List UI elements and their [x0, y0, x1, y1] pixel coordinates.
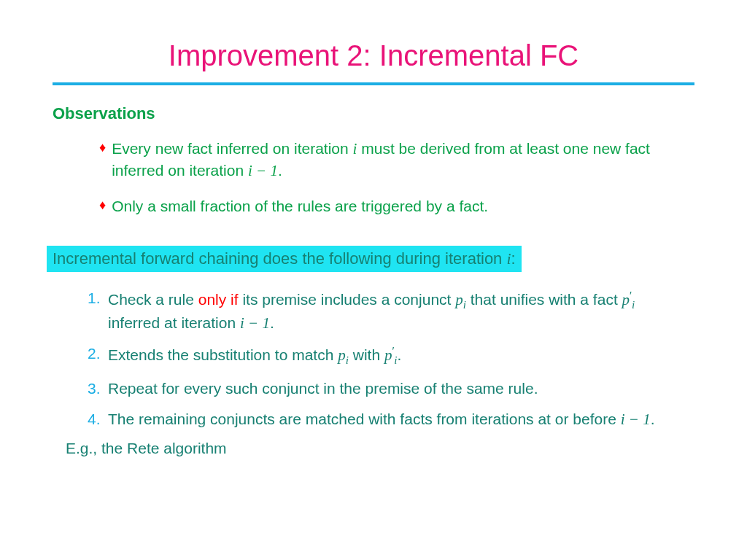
step-2: 2. Extends the substitution to match pi …: [88, 343, 665, 368]
observations-heading: Observations: [53, 104, 694, 123]
title-underline: [53, 82, 694, 85]
observations-list: ♦ Every new fact inferred on iteration i…: [99, 138, 673, 217]
step-1: 1. Check a rule only if its premise incl…: [88, 288, 665, 333]
observation-2: ♦ Only a small fraction of the rules are…: [99, 195, 673, 217]
highlight-box: Incremental forward chaining does the fo…: [53, 246, 694, 288]
step-3: 3. Repeat for every such conjunct in the…: [88, 378, 665, 399]
observation-1: ♦ Every new fact inferred on iteration i…: [99, 138, 673, 182]
diamond-bullet-icon: ♦: [99, 195, 106, 217]
slide-title: Improvement 2: Incremental FC: [53, 39, 694, 72]
step-4: 4. The remaining conjuncts are matched w…: [88, 409, 665, 429]
example-note: E.g., the Rete algorithm: [66, 440, 694, 457]
diamond-bullet-icon: ♦: [99, 138, 106, 182]
steps-list: 1. Check a rule only if its premise incl…: [88, 288, 665, 429]
